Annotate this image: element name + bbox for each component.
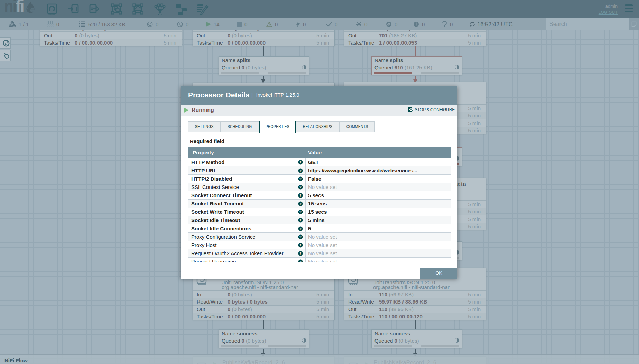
- svg-text:?: ?: [299, 227, 302, 230]
- svg-text:?: ?: [299, 185, 302, 189]
- svg-text:?: ?: [299, 160, 302, 164]
- svg-text:?: ?: [299, 251, 302, 255]
- svg-text:?: ?: [299, 193, 302, 197]
- svg-text:?: ?: [299, 243, 302, 247]
- svg-text:?: ?: [299, 169, 302, 172]
- svg-text:?: ?: [299, 210, 302, 214]
- svg-text:?: ?: [299, 177, 302, 181]
- svg-text:?: ?: [299, 235, 302, 239]
- svg-text:?: ?: [299, 260, 302, 262]
- svg-text:?: ?: [299, 218, 302, 222]
- svg-text:?: ?: [299, 202, 302, 205]
